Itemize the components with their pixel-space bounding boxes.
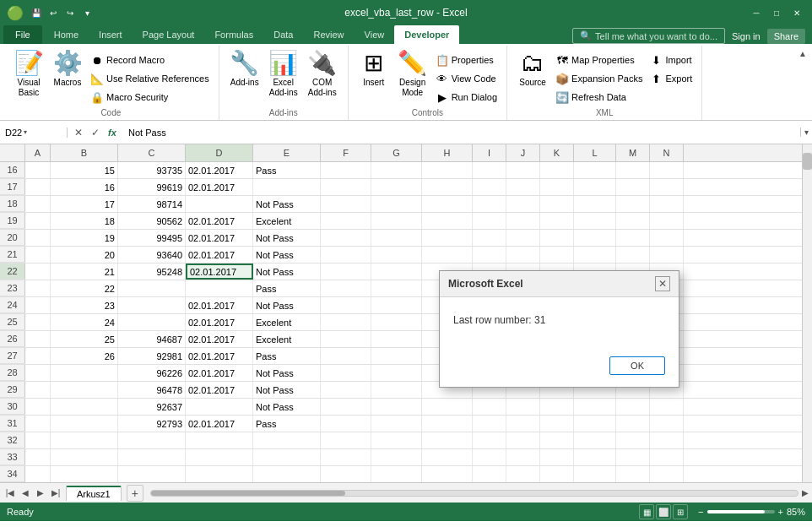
- modal-overlay: Microsoft Excel ✕ Last row number: 31 OK: [0, 0, 812, 527]
- dialog-titlebar: Microsoft Excel ✕: [440, 271, 679, 297]
- dialog-footer: OK: [440, 356, 679, 387]
- dialog-body: Last row number: 31: [440, 297, 679, 356]
- dialog-close-btn[interactable]: ✕: [655, 276, 670, 291]
- dialog-title: Microsoft Excel: [448, 278, 523, 290]
- dialog-message: Last row number: 31: [453, 314, 665, 326]
- dialog-ok-btn[interactable]: OK: [609, 356, 665, 375]
- message-dialog: Microsoft Excel ✕ Last row number: 31 OK: [439, 270, 679, 388]
